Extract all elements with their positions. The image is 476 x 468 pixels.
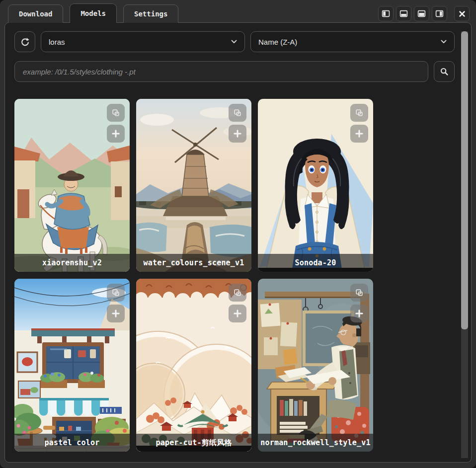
copy-model-button[interactable]	[350, 284, 368, 302]
vertical-scrollbar-track[interactable]	[461, 31, 468, 458]
model-name: paper-cut-剪纸风格	[136, 434, 251, 452]
split-bottom-icon	[399, 9, 408, 18]
model-browser-window: Download Models Settings	[0, 0, 476, 468]
add-model-button[interactable]	[107, 305, 125, 322]
search-icon	[439, 67, 449, 77]
add-model-button[interactable]	[350, 125, 368, 143]
model-name: Sonoda-20	[258, 254, 373, 272]
copy-model-button[interactable]	[107, 284, 125, 302]
copy-model-button[interactable]	[229, 104, 246, 122]
add-model-button[interactable]	[229, 305, 246, 322]
refresh-icon	[20, 37, 30, 47]
vertical-scrollbar-thumb[interactable]	[461, 31, 468, 329]
model-card[interactable]: paper-cut-剪纸风格	[136, 279, 251, 452]
split-top-icon	[417, 9, 426, 18]
model-type-value: loras	[49, 38, 65, 46]
tab-bar: Download Models Settings	[8, 0, 178, 23]
model-card[interactable]: Sonoda-20	[258, 99, 373, 272]
dock-top-button[interactable]	[414, 6, 429, 21]
model-card[interactable]: norman_rockwell_style_v1	[258, 279, 373, 452]
plus-icon	[233, 309, 242, 318]
models-panel: loras Name (Z-A)	[4, 22, 472, 463]
split-right-icon	[435, 9, 444, 18]
dock-bottom-button[interactable]	[396, 6, 411, 21]
sort-value: Name (Z-A)	[258, 38, 297, 46]
model-name: norman_rockwell_style_v1	[258, 434, 373, 452]
window-controls	[378, 6, 470, 21]
copy-icon	[355, 288, 364, 297]
model-name: pastel color	[14, 434, 130, 452]
dock-left-button[interactable]	[378, 6, 394, 21]
filter-row: loras Name (Z-A)	[14, 31, 455, 52]
tab-download[interactable]: Download	[8, 4, 63, 23]
model-card[interactable]: xiaorenshu_v2	[14, 99, 130, 272]
copy-icon	[111, 288, 120, 297]
refresh-button[interactable]	[14, 31, 35, 52]
model-name: xiaorenshu_v2	[14, 254, 130, 272]
add-model-button[interactable]	[350, 305, 368, 322]
plus-icon	[111, 129, 120, 138]
plus-icon	[111, 309, 120, 318]
search-row	[14, 61, 455, 82]
copy-model-button[interactable]	[350, 104, 368, 122]
chevron-down-icon	[231, 40, 237, 44]
copy-icon	[233, 288, 242, 297]
plus-icon	[233, 129, 242, 138]
close-button[interactable]	[454, 6, 470, 21]
add-model-button[interactable]	[229, 125, 246, 143]
copy-icon	[355, 108, 364, 117]
model-name: water_colours_scene_v1	[136, 254, 251, 272]
copy-icon	[111, 108, 120, 117]
chevron-down-icon	[441, 40, 447, 44]
tab-models[interactable]: Models	[70, 3, 117, 23]
sort-select[interactable]: Name (Z-A)	[250, 31, 455, 52]
split-left-icon	[382, 9, 390, 18]
model-card[interactable]: water_colours_scene_v1	[136, 99, 251, 272]
close-icon	[458, 9, 467, 18]
plus-icon	[355, 129, 364, 138]
copy-model-button[interactable]	[229, 284, 246, 302]
tab-settings[interactable]: Settings	[123, 4, 178, 23]
copy-model-button[interactable]	[107, 104, 125, 122]
copy-icon	[233, 108, 242, 117]
model-type-select[interactable]: loras	[41, 31, 245, 52]
add-model-button[interactable]	[107, 125, 125, 143]
plus-icon	[355, 309, 364, 318]
search-input[interactable]	[14, 61, 428, 82]
dock-right-button[interactable]	[432, 6, 447, 21]
model-card[interactable]: pastel color	[14, 279, 130, 452]
search-button[interactable]	[434, 61, 455, 82]
model-card-grid: xiaorenshu_v2	[14, 99, 373, 452]
